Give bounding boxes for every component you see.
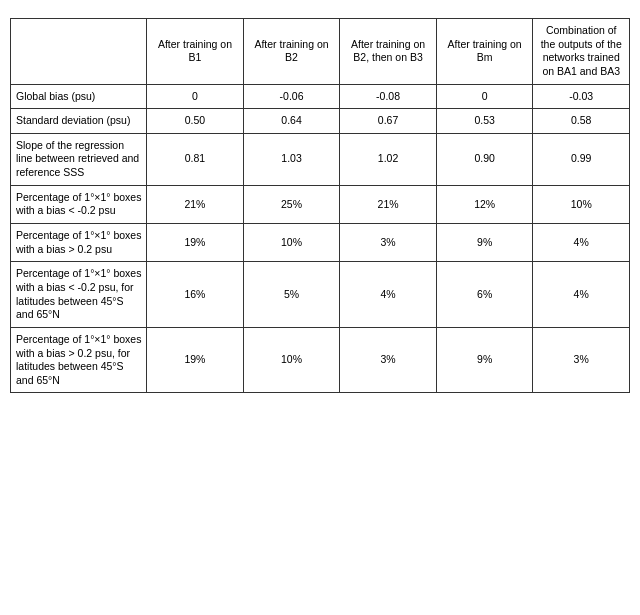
row-label-4: Percentage of 1°×1° boxes with a bias > … [11, 224, 147, 262]
cell-r6-c1: 10% [243, 327, 340, 393]
row-label-5: Percentage of 1°×1° boxes with a bias < … [11, 262, 147, 328]
row-label-6: Percentage of 1°×1° boxes with a bias > … [11, 327, 147, 393]
cell-r4-c4: 4% [533, 224, 630, 262]
cell-r3-c2: 21% [340, 185, 437, 223]
table-row: Percentage of 1°×1° boxes with a bias < … [11, 262, 630, 328]
cell-r2-c3: 0.90 [436, 133, 533, 185]
row-label-0: Global bias (psu) [11, 84, 147, 109]
cell-r6-c4: 3% [533, 327, 630, 393]
cell-r1-c4: 0.58 [533, 109, 630, 134]
header-col-1: After training on B1 [147, 19, 244, 85]
cell-r2-c1: 1.03 [243, 133, 340, 185]
comparison-table: After training on B1 After training on B… [10, 18, 630, 393]
cell-r3-c1: 25% [243, 185, 340, 223]
cell-r5-c3: 6% [436, 262, 533, 328]
cell-r4-c1: 10% [243, 224, 340, 262]
cell-r4-c0: 19% [147, 224, 244, 262]
row-label-1: Standard deviation (psu) [11, 109, 147, 134]
cell-r1-c3: 0.53 [436, 109, 533, 134]
cell-r6-c0: 19% [147, 327, 244, 393]
cell-r3-c4: 10% [533, 185, 630, 223]
cell-r2-c0: 0.81 [147, 133, 244, 185]
cell-r1-c2: 0.67 [340, 109, 437, 134]
header-col-5: Combination of the outputs of the networ… [533, 19, 630, 85]
row-label-2: Slope of the regression line between ret… [11, 133, 147, 185]
table-row: Slope of the regression line between ret… [11, 133, 630, 185]
table-row: Standard deviation (psu)0.500.640.670.53… [11, 109, 630, 134]
cell-r0-c1: -0.06 [243, 84, 340, 109]
table-row: Global bias (psu)0-0.06-0.080-0.03 [11, 84, 630, 109]
cell-r1-c0: 0.50 [147, 109, 244, 134]
cell-r2-c2: 1.02 [340, 133, 437, 185]
cell-r5-c2: 4% [340, 262, 437, 328]
header-label [11, 19, 147, 85]
table-row: Percentage of 1°×1° boxes with a bias < … [11, 185, 630, 223]
table-row: Percentage of 1°×1° boxes with a bias > … [11, 224, 630, 262]
cell-r5-c4: 4% [533, 262, 630, 328]
header-row: After training on B1 After training on B… [11, 19, 630, 85]
cell-r0-c4: -0.03 [533, 84, 630, 109]
header-col-3: After training on B2, then on B3 [340, 19, 437, 85]
cell-r4-c3: 9% [436, 224, 533, 262]
cell-r2-c4: 0.99 [533, 133, 630, 185]
table-row: Percentage of 1°×1° boxes with a bias > … [11, 327, 630, 393]
cell-r6-c2: 3% [340, 327, 437, 393]
cell-r6-c3: 9% [436, 327, 533, 393]
cell-r3-c3: 12% [436, 185, 533, 223]
cell-r0-c2: -0.08 [340, 84, 437, 109]
header-col-4: After training on Bm [436, 19, 533, 85]
cell-r5-c1: 5% [243, 262, 340, 328]
cell-r5-c0: 16% [147, 262, 244, 328]
row-label-3: Percentage of 1°×1° boxes with a bias < … [11, 185, 147, 223]
cell-r1-c1: 0.64 [243, 109, 340, 134]
cell-r4-c2: 3% [340, 224, 437, 262]
cell-r3-c0: 21% [147, 185, 244, 223]
cell-r0-c3: 0 [436, 84, 533, 109]
header-col-2: After training on B2 [243, 19, 340, 85]
cell-r0-c0: 0 [147, 84, 244, 109]
